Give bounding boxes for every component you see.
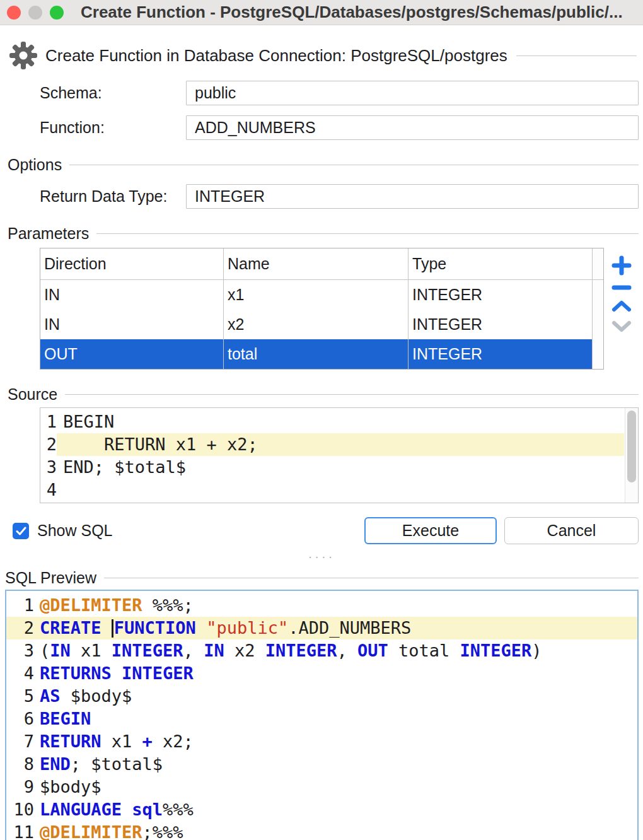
parameter-cell[interactable]: IN <box>40 310 224 339</box>
parameter-cell[interactable]: INTEGER <box>408 339 593 369</box>
column-header-direction[interactable]: Direction <box>40 248 224 279</box>
sql-code-text: @DELIMITER %%%; <box>34 594 637 617</box>
parameter-row-total[interactable]: OUTtotalINTEGER <box>40 339 603 369</box>
source-line-1[interactable]: 1BEGIN <box>40 411 638 433</box>
sql-line-9[interactable]: 9$body$ <box>6 776 637 798</box>
line-number: 7 <box>6 730 34 753</box>
titlebar: Create Function - PostgreSQL/Databases/p… <box>0 0 643 25</box>
divider-line <box>516 55 637 56</box>
column-header-name[interactable]: Name <box>224 248 408 279</box>
sql-preview-section: SQL Preview <box>5 568 639 587</box>
scrollbar-thumb[interactable] <box>627 411 636 482</box>
sql-code-text: $body$ <box>34 776 637 798</box>
source-code-text[interactable]: END; $total$ <box>57 456 624 479</box>
source-lines: 1BEGIN2 RETURN x1 + x2;3END; $total$45 <box>40 411 638 503</box>
sql-line-1[interactable]: 1@DELIMITER %%%; <box>6 594 637 617</box>
sql-code-text: @DELIMITER;%%% <box>34 821 637 840</box>
sql-preview-editor[interactable]: 1@DELIMITER %%%;2CREATE FUNCTION "public… <box>5 590 639 840</box>
source-code-text[interactable] <box>57 479 624 501</box>
source-code-text[interactable]: BEGIN <box>57 411 624 433</box>
sql-code-text: END; $total$ <box>34 753 637 776</box>
zoom-button[interactable] <box>50 6 64 20</box>
return-type-label: Return Data Type: <box>40 187 186 206</box>
show-sql-checkbox[interactable] <box>13 523 29 539</box>
sql-code-text: RETURN x1 + x2; <box>34 730 637 753</box>
parameter-cell[interactable]: x1 <box>224 280 408 310</box>
parameter-cell[interactable]: INTEGER <box>408 310 593 339</box>
sql-line-3[interactable]: 3(IN x1 INTEGER, IN x2 INTEGER, OUT tota… <box>6 639 637 662</box>
divider-line <box>104 578 639 578</box>
text-caret <box>112 619 113 638</box>
column-header-type[interactable]: Type <box>408 248 593 279</box>
parameter-cell[interactable]: IN <box>40 280 224 310</box>
parameter-row-x1[interactable]: INx1INTEGER <box>40 280 603 310</box>
sql-code-text: AS $body$ <box>34 685 637 708</box>
add-parameter-button[interactable] <box>611 255 632 276</box>
parameters-section: Parameters <box>8 224 639 243</box>
move-down-button[interactable] <box>611 320 632 333</box>
sql-line-2[interactable]: 2CREATE FUNCTION "public".ADD_NUMBERS <box>6 617 637 639</box>
schema-label: Schema: <box>40 84 186 102</box>
parameters-section-label: Parameters <box>8 225 89 243</box>
minimize-button[interactable] <box>28 6 42 20</box>
source-line-2[interactable]: 2 RETURN x1 + x2; <box>40 433 638 456</box>
execute-button[interactable]: Execute <box>364 517 497 544</box>
options-section-label: Options <box>8 156 62 174</box>
parameter-cell[interactable]: x2 <box>224 310 408 339</box>
line-number: 11 <box>6 821 34 840</box>
move-up-button[interactable] <box>611 300 632 312</box>
dialog-footer: Show SQL Execute Cancel <box>13 517 639 544</box>
sql-line-11[interactable]: 11@DELIMITER;%%% <box>6 821 637 840</box>
source-line-4[interactable]: 4 <box>40 479 638 501</box>
show-sql-label: Show SQL <box>37 522 113 540</box>
sql-line-6[interactable]: 6BEGIN <box>6 708 637 730</box>
sql-line-8[interactable]: 8END; $total$ <box>6 753 637 776</box>
source-scrollbar[interactable] <box>625 408 638 503</box>
sql-line-4[interactable]: 4RETURNS INTEGER <box>6 662 637 685</box>
parameters-area: DirectionNameType INx1INTEGERINx2INTEGER… <box>40 248 639 370</box>
source-editor[interactable]: 1BEGIN2 RETURN x1 + x2;3END; $total$45 <box>40 407 639 503</box>
divider-line <box>96 233 639 234</box>
parameters-table[interactable]: DirectionNameType INx1INTEGERINx2INTEGER… <box>40 248 604 370</box>
header-title: Create Function in Database Connection: … <box>45 46 507 66</box>
close-button[interactable] <box>7 6 21 20</box>
line-number: 9 <box>6 776 34 798</box>
parameter-row-x2[interactable]: INx2INTEGER <box>40 310 603 339</box>
parameter-cell[interactable]: total <box>224 339 408 369</box>
sql-line-5[interactable]: 5AS $body$ <box>6 685 637 708</box>
source-section-label: Source <box>8 385 57 404</box>
parameter-cell[interactable]: OUT <box>40 339 224 369</box>
sql-line-10[interactable]: 10LANGUAGE sql%%% <box>6 798 637 821</box>
line-number: 5 <box>40 501 57 503</box>
line-number: 2 <box>40 433 57 456</box>
source-line-5[interactable]: 5 <box>40 501 638 503</box>
line-number: 6 <box>6 708 34 730</box>
line-number: 2 <box>6 617 34 639</box>
options-section: Options <box>8 155 639 174</box>
source-code-text[interactable]: RETURN x1 + x2; <box>57 433 624 456</box>
line-number: 5 <box>6 685 34 708</box>
sql-code-text: RETURNS INTEGER <box>34 662 637 685</box>
schema-input[interactable] <box>186 81 639 105</box>
sql-code-text: BEGIN <box>34 708 637 730</box>
function-input[interactable] <box>186 115 639 140</box>
source-section: Source <box>8 385 639 404</box>
parameter-cell[interactable]: INTEGER <box>408 280 593 310</box>
line-number: 1 <box>6 594 34 617</box>
remove-parameter-button[interactable] <box>611 284 632 291</box>
sql-preview-lines: 1@DELIMITER %%%;2CREATE FUNCTION "public… <box>6 594 637 840</box>
sql-line-7[interactable]: 7RETURN x1 + x2; <box>6 730 637 753</box>
line-number: 8 <box>6 753 34 776</box>
divider-line <box>65 394 639 395</box>
return-type-input[interactable] <box>186 184 639 209</box>
window-title: Create Function - PostgreSQL/Databases/p… <box>81 3 623 22</box>
source-code-text[interactable] <box>57 501 624 503</box>
divider-line <box>69 165 639 165</box>
splitter-handle[interactable]: ···· <box>0 552 643 563</box>
line-number: 4 <box>40 479 57 501</box>
cancel-button[interactable]: Cancel <box>504 517 639 544</box>
sql-code-text: (IN x1 INTEGER, IN x2 INTEGER, OUT total… <box>34 639 637 662</box>
source-line-3[interactable]: 3END; $total$ <box>40 456 638 479</box>
gear-icon <box>9 41 38 70</box>
sql-code-text: CREATE FUNCTION "public".ADD_NUMBERS <box>34 617 637 639</box>
